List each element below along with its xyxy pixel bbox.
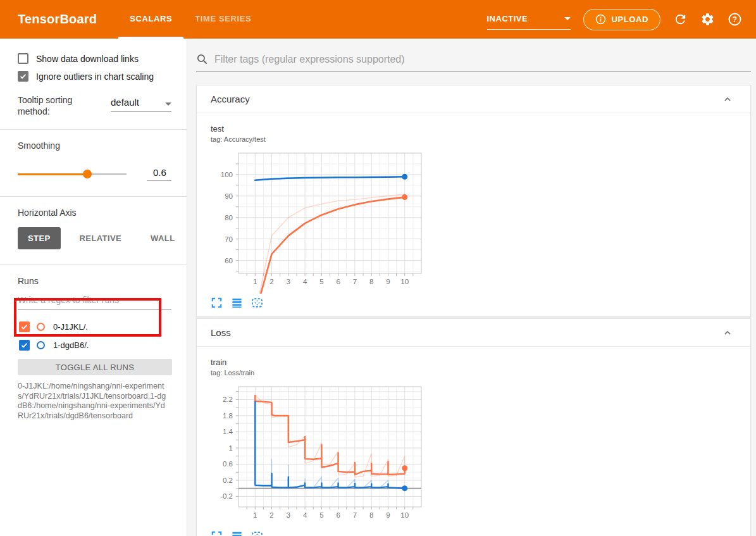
svg-text:7: 7 [353, 278, 357, 285]
settings-gear-icon[interactable] [700, 12, 715, 27]
run-paths-text: 0-J1JKL:/home/ningshang/nni-experiments/… [18, 382, 170, 421]
checkbox-label: Ignore outliers in chart scaling [36, 72, 154, 82]
svg-text:1: 1 [253, 511, 257, 519]
fit-domain-icon[interactable] [251, 530, 263, 536]
tooltip-sorting-dropdown[interactable]: default [111, 94, 171, 112]
svg-text:1: 1 [253, 278, 257, 285]
run-checkbox[interactable] [19, 321, 30, 332]
svg-text:2: 2 [270, 511, 273, 519]
header-actions: INACTIVE UPLOAD ? [487, 0, 756, 39]
svg-text:8: 8 [369, 511, 373, 519]
log-scale-icon[interactable] [231, 297, 243, 309]
smoothing-slider[interactable] [18, 170, 127, 178]
upload-button[interactable]: UPLOAD [583, 9, 661, 30]
svg-text:10: 10 [400, 278, 409, 285]
run-color-swatch [37, 323, 45, 331]
axis-step-button[interactable]: STEP [18, 227, 61, 249]
expand-card-icon[interactable] [211, 530, 223, 536]
divider [0, 265, 187, 265]
horizontal-axis-label: Horizontal Axis [18, 208, 187, 218]
chevron-up-icon[interactable] [721, 93, 734, 106]
svg-text:?: ? [733, 15, 737, 24]
accuracy-card: Accuracy test tag: Accuracy/test 6070809… [196, 85, 751, 317]
tab-time-series[interactable]: TIME SERIES [183, 0, 263, 39]
svg-text:1: 1 [229, 444, 233, 452]
help-icon[interactable]: ? [728, 12, 742, 27]
loss-card: Loss train tag: Loss/train -0.20.20.611.… [196, 318, 751, 536]
svg-text:10: 10 [400, 511, 409, 519]
slider-thumb[interactable] [83, 170, 92, 178]
toggle-all-runs-button[interactable]: TOGGLE ALL RUNS [18, 359, 172, 375]
upload-label: UPLOAD [612, 15, 649, 24]
check-icon [19, 72, 27, 80]
tag-filter-input[interactable] [214, 54, 751, 65]
chevron-up-icon[interactable] [721, 327, 734, 339]
run-filter-input[interactable] [18, 295, 171, 305]
expand-card-icon[interactable] [211, 297, 223, 309]
chart-title: test [211, 124, 750, 134]
checkbox-checked[interactable] [18, 71, 28, 82]
chevron-down-icon [165, 103, 171, 106]
tag-filter-field [196, 53, 751, 72]
main-content: Accuracy test tag: Accuracy/test 6070809… [187, 39, 756, 536]
svg-text:2: 2 [270, 278, 273, 285]
run-color-swatch [37, 341, 45, 349]
svg-text:0.6: 0.6 [223, 460, 233, 468]
slider-fill [18, 173, 87, 175]
refresh-icon[interactable] [673, 12, 688, 27]
search-icon [196, 53, 208, 65]
svg-text:1.8: 1.8 [223, 412, 233, 420]
chart-title: train [211, 358, 750, 367]
fit-domain-icon[interactable] [251, 297, 263, 309]
run-row-1-dgdB6[interactable]: 1-dgdB6/. [19, 336, 187, 354]
svg-text:-0.2: -0.2 [220, 492, 233, 500]
card-title: Loss [211, 327, 231, 338]
svg-text:100: 100 [221, 171, 233, 178]
svg-text:1.4: 1.4 [223, 428, 233, 435]
svg-text:3: 3 [287, 278, 290, 285]
app-header: TensorBoard SCALARS TIME SERIES INACTIVE… [0, 0, 756, 39]
divider [0, 129, 187, 130]
smoothing-label: Smoothing [18, 140, 187, 151]
accuracy-line-chart[interactable]: 6070809010012345678910 [211, 148, 429, 294]
check-icon [20, 341, 28, 349]
svg-text:9: 9 [386, 511, 390, 519]
svg-text:60: 60 [225, 257, 233, 265]
ignore-outliers-checkbox-row[interactable]: Ignore outliers in chart scaling [18, 71, 187, 82]
svg-text:4: 4 [303, 511, 307, 519]
svg-text:5: 5 [319, 278, 323, 285]
run-row-0-J1JKL[interactable]: 0-J1JKL/. [19, 318, 187, 336]
tab-bar: SCALARS TIME SERIES [118, 0, 263, 39]
status-label: INACTIVE [487, 14, 528, 23]
svg-text:5: 5 [319, 511, 323, 519]
svg-text:90: 90 [225, 192, 233, 200]
checkbox-unchecked[interactable] [18, 53, 28, 64]
status-dropdown[interactable]: INACTIVE [487, 14, 571, 30]
chart-subtitle: tag: Loss/train [211, 369, 750, 377]
axis-wall-button[interactable]: WALL [140, 227, 185, 249]
svg-text:4: 4 [303, 278, 307, 285]
tab-scalars[interactable]: SCALARS [118, 0, 183, 39]
svg-text:7: 7 [353, 511, 357, 519]
smoothing-value-field[interactable]: 0.6 [147, 167, 171, 181]
run-label: 0-J1JKL/. [53, 322, 88, 332]
divider [0, 196, 187, 197]
svg-text:9: 9 [386, 278, 390, 285]
svg-text:2.2: 2.2 [223, 396, 233, 403]
loss-card-header[interactable]: Loss [197, 319, 750, 347]
show-download-links-checkbox-row[interactable]: Show data download links [18, 53, 187, 64]
tooltip-sorting-value: default [111, 97, 139, 108]
svg-text:6: 6 [336, 511, 340, 519]
chevron-down-icon [564, 17, 571, 20]
tooltip-sorting-label: Tooltip sorting method: [18, 94, 92, 117]
sidebar: Show data download links Ignore outliers… [0, 39, 187, 536]
accuracy-card-header[interactable]: Accuracy [197, 85, 750, 113]
axis-relative-button[interactable]: RELATIVE [70, 227, 132, 249]
run-checkbox[interactable] [19, 340, 30, 351]
svg-text:0.2: 0.2 [223, 477, 233, 484]
svg-text:70: 70 [225, 235, 233, 243]
info-icon [595, 14, 606, 25]
log-scale-icon[interactable] [231, 530, 243, 536]
loss-line-chart[interactable]: -0.20.20.611.41.82.212345678910 [211, 382, 429, 527]
runs-label: Runs [18, 276, 187, 286]
